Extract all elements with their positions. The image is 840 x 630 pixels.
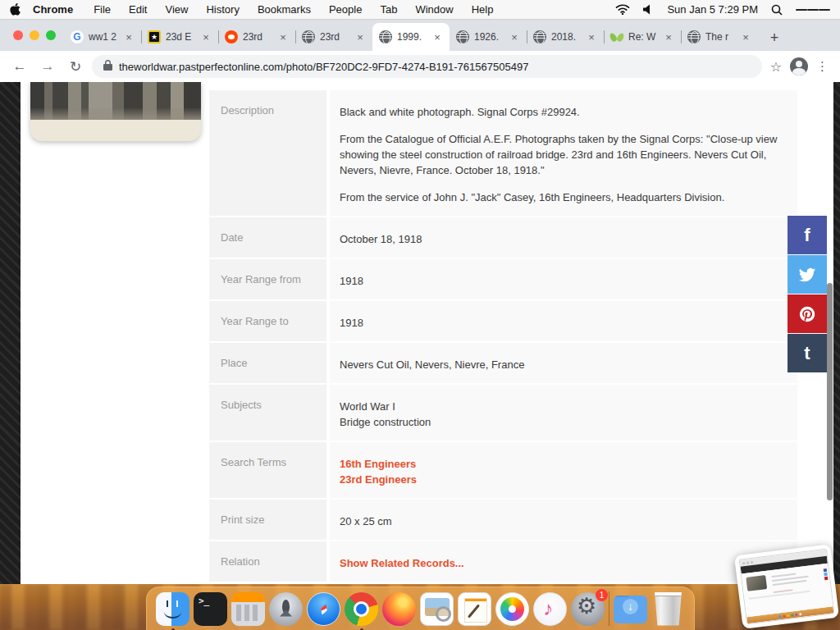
browser-tab-2[interactable]: 23rd× <box>218 23 295 51</box>
share-facebook-button[interactable]: f <box>788 216 827 254</box>
zoom-window-button[interactable] <box>46 30 56 40</box>
mini-share-buttons <box>824 568 829 580</box>
dock-icon-launchpad[interactable] <box>269 592 303 626</box>
menu-edit[interactable]: Edit <box>129 3 147 16</box>
menu-history[interactable]: History <box>206 3 239 16</box>
menu-window[interactable]: Window <box>415 3 453 16</box>
share-tumblr-button[interactable]: t <box>788 334 827 372</box>
record-row-description: DescriptionBlack and white photograph. S… <box>209 90 797 216</box>
field-label: Search Terms <box>209 442 326 498</box>
reload-button[interactable]: ↻ <box>64 55 87 78</box>
dock-icon-firefox[interactable] <box>382 592 416 626</box>
value-line[interactable]: Show Related Records... <box>340 555 786 571</box>
tab-close-icon[interactable]: × <box>354 31 366 43</box>
dock-icon-photos[interactable] <box>495 592 529 626</box>
dock-icon-pages[interactable] <box>458 592 491 626</box>
record-link[interactable]: 16th Engineers <box>340 458 416 470</box>
dock-icon-itunes[interactable] <box>533 592 567 626</box>
value-line: World War I <box>340 399 786 414</box>
dock-icon-chrome[interactable] <box>345 592 378 626</box>
leaf-favicon <box>610 30 623 43</box>
screenshot-preview-thumbnail[interactable] <box>734 544 839 629</box>
tab-title: 1999. <box>397 31 427 43</box>
share-twitter-button[interactable] <box>788 255 827 294</box>
new-tab-button[interactable]: + <box>763 26 786 49</box>
tab-close-icon[interactable]: × <box>431 31 443 43</box>
tab-close-icon[interactable]: × <box>200 31 212 43</box>
itunes-icon <box>533 592 567 626</box>
photos-icon <box>495 592 529 626</box>
padlock-icon[interactable] <box>103 59 112 74</box>
menu-file[interactable]: File <box>94 3 111 16</box>
browser-tab-5[interactable]: 1926.× <box>450 23 527 51</box>
desktop-wallpaper: 1 <box>0 584 840 630</box>
active-app-name[interactable]: Chrome <box>33 3 73 16</box>
browser-tab-0[interactable]: Gww1 2× <box>64 23 141 51</box>
close-window-button[interactable] <box>13 30 23 40</box>
wifi-icon[interactable] <box>615 4 630 15</box>
spotlight-search-icon[interactable] <box>771 4 783 16</box>
dock-icon-downloads[interactable] <box>614 592 647 626</box>
tab-close-icon[interactable]: × <box>123 31 135 43</box>
record-row-year-range-to: Year Range to1918 <box>209 301 797 341</box>
value-line: Bridge construction <box>340 414 786 430</box>
volume-icon[interactable] <box>643 4 654 15</box>
tab-close-icon[interactable]: × <box>740 31 751 43</box>
menu-tab[interactable]: Tab <box>380 3 397 16</box>
finder-icon <box>156 592 189 626</box>
url-text[interactable]: theworldwar.pastperfectonline.com/photo/… <box>119 61 528 73</box>
dock-icon-terminal[interactable] <box>194 592 227 626</box>
menu-bookmarks[interactable]: Bookmarks <box>258 3 311 16</box>
field-value: World War IBridge construction <box>330 385 797 441</box>
dock-icon-finder[interactable] <box>156 592 189 626</box>
value-line[interactable]: 23rd Engineers <box>340 472 786 487</box>
menu-help[interactable]: Help <box>472 3 494 16</box>
tab-title: ww1 2 <box>89 31 118 43</box>
notification-badge: 1 <box>596 589 608 601</box>
apple-menu-icon[interactable] <box>10 3 28 16</box>
browser-tab-8[interactable]: The r× <box>681 23 758 51</box>
photo-thumbnail[interactable] <box>30 82 201 141</box>
address-bar[interactable]: theworldwar.pastperfectonline.com/photo/… <box>92 55 762 78</box>
tab-close-icon[interactable]: × <box>663 31 674 43</box>
record-link[interactable]: Show Related Records... <box>340 557 464 569</box>
field-value: Black and white photograph. Signal Corps… <box>330 90 797 216</box>
forward-button[interactable]: → <box>36 55 59 78</box>
calculator-icon <box>231 592 265 626</box>
macos-menu-bar: Chrome FileEditViewHistoryBookmarksPeopl… <box>0 0 840 20</box>
notification-center-icon[interactable] <box>796 7 830 12</box>
tab-title: 23rd <box>243 31 272 43</box>
downloads-icon <box>614 596 647 623</box>
pages-icon <box>458 592 491 626</box>
menubar-clock[interactable]: Sun Jan 5 7:29 PM <box>667 3 758 16</box>
browser-tab-4[interactable]: 1999.× <box>372 23 450 51</box>
bookmark-star-icon[interactable]: ☆ <box>770 59 782 75</box>
dock-icon-safari[interactable] <box>307 592 340 626</box>
browser-tab-7[interactable]: Re: W× <box>604 23 681 51</box>
share-pinterest-button[interactable] <box>788 294 827 333</box>
dock-icon-preview[interactable] <box>420 592 454 626</box>
field-label: Print size <box>209 500 326 540</box>
browser-tab-6[interactable]: 2018.× <box>527 23 604 51</box>
back-button[interactable]: ← <box>8 55 31 78</box>
tab-close-icon[interactable]: × <box>586 31 597 43</box>
menu-people[interactable]: People <box>329 3 362 16</box>
dock-icon-calculator[interactable] <box>231 592 265 626</box>
field-value: 20 x 25 cm <box>330 500 797 540</box>
browser-tab-1[interactable]: ★23d E× <box>141 23 218 51</box>
tab-close-icon[interactable]: × <box>277 31 289 43</box>
record-row-place: PlaceNevers Cut Oil, Nevers, Nievre, Fra… <box>209 343 797 383</box>
record-link[interactable]: 23rd Engineers <box>340 473 417 486</box>
scrollbar-thumb[interactable] <box>827 283 833 500</box>
tab-title: Re: W <box>628 31 658 43</box>
minimize-window-button[interactable] <box>30 30 39 40</box>
dock-icon-sysprefs[interactable]: 1 <box>571 592 605 626</box>
dock-icon-trash[interactable] <box>651 592 685 626</box>
browser-menu-icon[interactable]: ⋮ <box>816 59 829 74</box>
tab-close-icon[interactable]: × <box>509 31 520 43</box>
value-line[interactable]: 16th Engineers <box>340 456 786 472</box>
profile-avatar[interactable] <box>790 57 808 75</box>
menu-view[interactable]: View <box>165 3 188 16</box>
browser-tab-3[interactable]: 23rd× <box>295 23 372 51</box>
window-controls <box>13 30 56 40</box>
